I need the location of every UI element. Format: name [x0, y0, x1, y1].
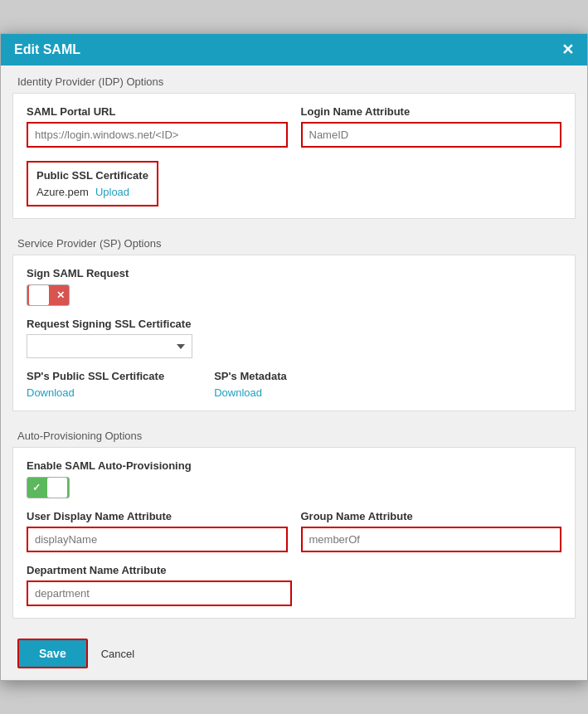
sp-public-ssl-label: SP's Public SSL Certificate — [27, 370, 164, 382]
ssl-cert-box: Public SSL Certificate Azure.pem Upload — [27, 161, 158, 206]
login-name-attribute-label: Login Name Attribute — [301, 105, 562, 118]
enable-auto-prov-toggle-container: ✓ — [27, 477, 561, 498]
ssl-cert-filename: Azure.pem — [36, 186, 89, 198]
auto-provisioning-section-label: Auto-Provisioning Options — [1, 420, 587, 447]
modal-title: Edit SAML — [14, 42, 80, 57]
department-name-label: Department Name Attribute — [27, 564, 561, 576]
department-name-input[interactable] — [27, 580, 292, 606]
ssl-cert-label: Public SSL Certificate — [36, 169, 148, 182]
login-name-attribute-group: Login Name Attribute — [301, 105, 562, 148]
request-signing-select-wrapper — [27, 334, 561, 358]
public-ssl-cert-group: Public SSL Certificate Azure.pem Upload — [27, 158, 561, 206]
request-signing-select[interactable] — [27, 334, 192, 358]
sign-saml-toggle-container: ✕ — [27, 284, 561, 306]
cancel-button[interactable]: Cancel — [101, 648, 134, 660]
login-name-attribute-input[interactable] — [301, 122, 562, 148]
sign-saml-label: Sign SAML Request — [27, 267, 561, 279]
edit-saml-modal: Edit SAML ✕ Identity Provider (IDP) Opti… — [0, 33, 588, 681]
toggle-off-icon: ✕ — [56, 289, 65, 301]
sp-section-label: Service Provider (SP) Options — [1, 227, 587, 255]
toggle-knob-on — [47, 478, 67, 498]
sp-public-ssl-group: SP's Public SSL Certificate Download — [27, 370, 164, 399]
sp-section-box: Sign SAML Request ✕ Request Signing SSL … — [12, 255, 576, 411]
request-signing-label: Request Signing SSL Certificate — [27, 318, 561, 330]
modal-footer: Save Cancel — [1, 627, 587, 680]
close-button[interactable]: ✕ — [561, 42, 574, 57]
toggle-knob — [29, 285, 49, 305]
user-display-name-label: User Display Name Attribute — [27, 510, 288, 522]
modal-header: Edit SAML ✕ — [1, 34, 587, 66]
sign-saml-toggle[interactable]: ✕ — [27, 284, 70, 306]
saml-portal-url-group: SAML Portal URL — [27, 105, 288, 148]
attribute-row-1: User Display Name Attribute Group Name A… — [27, 510, 561, 552]
save-button[interactable]: Save — [17, 639, 88, 668]
group-name-label: Group Name Attribute — [301, 510, 562, 522]
idp-section-label: Identity Provider (IDP) Options — [1, 66, 587, 93]
user-display-name-input[interactable] — [27, 527, 288, 552]
group-name-input[interactable] — [301, 527, 562, 552]
enable-auto-prov-label: Enable SAML Auto-Provisioning — [27, 459, 561, 472]
saml-portal-url-input[interactable] — [27, 122, 288, 148]
sp-metadata-label: SP's Metadata — [214, 370, 287, 382]
user-display-name-group: User Display Name Attribute — [27, 510, 288, 552]
sp-metadata-download-link[interactable]: Download — [214, 386, 287, 399]
toggle-on-icon: ✓ — [32, 482, 41, 493]
department-name-group: Department Name Attribute — [27, 564, 561, 606]
idp-top-row: SAML Portal URL Login Name Attribute — [27, 105, 561, 148]
sp-metadata-group: SP's Metadata Download — [214, 370, 287, 399]
ssl-cert-row: Azure.pem Upload — [36, 186, 148, 198]
enable-auto-prov-toggle[interactable]: ✓ — [27, 477, 70, 498]
sp-links-row: SP's Public SSL Certificate Download SP'… — [27, 370, 561, 399]
sp-public-ssl-download-link[interactable]: Download — [27, 386, 164, 399]
saml-portal-url-label: SAML Portal URL — [27, 105, 288, 118]
auto-provisioning-section-box: Enable SAML Auto-Provisioning ✓ User Dis… — [12, 447, 576, 619]
idp-section-box: SAML Portal URL Login Name Attribute Pub… — [12, 93, 576, 219]
modal-body: Identity Provider (IDP) Options SAML Por… — [1, 66, 587, 619]
upload-link[interactable]: Upload — [95, 186, 129, 198]
group-name-group: Group Name Attribute — [301, 510, 562, 552]
